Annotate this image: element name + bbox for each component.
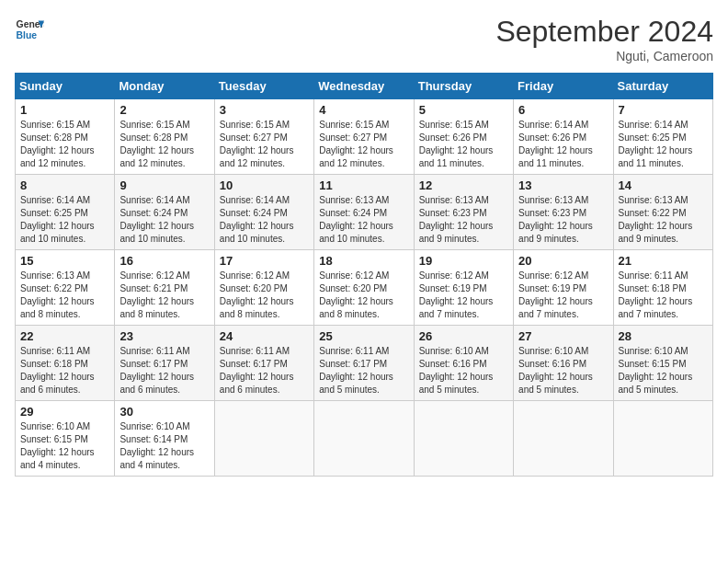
day-info: Sunrise: 6:10 AM Sunset: 6:14 PM Dayligh… <box>119 420 209 472</box>
day-cell: 11Sunrise: 6:13 AM Sunset: 6:24 PM Dayli… <box>314 175 414 250</box>
col-header-monday: Monday <box>115 74 214 99</box>
day-cell: 10Sunrise: 6:14 AM Sunset: 6:24 PM Dayli… <box>214 175 313 250</box>
day-cell: 30Sunrise: 6:10 AM Sunset: 6:14 PM Dayli… <box>115 401 214 477</box>
day-cell: 17Sunrise: 6:12 AM Sunset: 6:20 PM Dayli… <box>214 250 313 326</box>
day-number: 6 <box>518 103 608 117</box>
day-cell: 15Sunrise: 6:13 AM Sunset: 6:22 PM Dayli… <box>16 250 115 326</box>
week-row-1: 1Sunrise: 6:15 AM Sunset: 6:28 PM Daylig… <box>16 99 713 175</box>
day-cell: 22Sunrise: 6:11 AM Sunset: 6:18 PM Dayli… <box>16 326 115 401</box>
day-number: 8 <box>20 178 109 192</box>
day-info: Sunrise: 6:14 AM Sunset: 6:24 PM Dayligh… <box>220 194 309 246</box>
day-number: 11 <box>319 178 408 192</box>
day-number: 29 <box>20 405 109 419</box>
day-cell: 3Sunrise: 6:15 AM Sunset: 6:27 PM Daylig… <box>214 99 313 175</box>
day-cell <box>414 401 513 477</box>
day-cell: 25Sunrise: 6:11 AM Sunset: 6:17 PM Dayli… <box>314 326 414 401</box>
day-info: Sunrise: 6:15 AM Sunset: 6:27 PM Dayligh… <box>220 119 309 170</box>
day-cell: 24Sunrise: 6:11 AM Sunset: 6:17 PM Dayli… <box>214 326 313 401</box>
day-cell: 1Sunrise: 6:15 AM Sunset: 6:28 PM Daylig… <box>16 99 115 175</box>
day-number: 27 <box>518 329 608 343</box>
col-header-saturday: Saturday <box>613 74 712 99</box>
day-number: 10 <box>220 178 309 192</box>
day-number: 23 <box>119 329 209 343</box>
day-info: Sunrise: 6:10 AM Sunset: 6:16 PM Dayligh… <box>419 345 508 396</box>
day-number: 9 <box>119 178 209 192</box>
week-row-3: 15Sunrise: 6:13 AM Sunset: 6:22 PM Dayli… <box>16 250 713 326</box>
col-header-sunday: Sunday <box>16 74 115 99</box>
day-cell: 5Sunrise: 6:15 AM Sunset: 6:26 PM Daylig… <box>414 99 513 175</box>
day-info: Sunrise: 6:11 AM Sunset: 6:18 PM Dayligh… <box>20 345 109 396</box>
day-number: 14 <box>619 178 708 192</box>
location: Nguti, Cameroon <box>495 49 713 63</box>
day-info: Sunrise: 6:14 AM Sunset: 6:25 PM Dayligh… <box>20 194 109 246</box>
week-row-2: 8Sunrise: 6:14 AM Sunset: 6:25 PM Daylig… <box>16 175 713 250</box>
day-info: Sunrise: 6:14 AM Sunset: 6:26 PM Dayligh… <box>518 119 608 170</box>
day-cell: 23Sunrise: 6:11 AM Sunset: 6:17 PM Dayli… <box>115 326 214 401</box>
day-number: 22 <box>20 329 109 343</box>
day-cell: 29Sunrise: 6:10 AM Sunset: 6:15 PM Dayli… <box>16 401 115 477</box>
calendar-table: SundayMondayTuesdayWednesdayThursdayFrid… <box>15 73 713 477</box>
day-info: Sunrise: 6:12 AM Sunset: 6:20 PM Dayligh… <box>220 270 309 321</box>
day-cell: 20Sunrise: 6:12 AM Sunset: 6:19 PM Dayli… <box>514 250 613 326</box>
day-cell: 16Sunrise: 6:12 AM Sunset: 6:21 PM Dayli… <box>115 250 214 326</box>
day-info: Sunrise: 6:13 AM Sunset: 6:23 PM Dayligh… <box>419 194 508 246</box>
day-number: 24 <box>220 329 309 343</box>
day-number: 25 <box>319 329 408 343</box>
col-header-tuesday: Tuesday <box>214 74 313 99</box>
col-header-friday: Friday <box>514 74 613 99</box>
week-row-4: 22Sunrise: 6:11 AM Sunset: 6:18 PM Dayli… <box>16 326 713 401</box>
day-number: 12 <box>419 178 508 192</box>
day-number: 1 <box>20 103 109 117</box>
day-info: Sunrise: 6:12 AM Sunset: 6:19 PM Dayligh… <box>419 270 508 321</box>
day-cell: 19Sunrise: 6:12 AM Sunset: 6:19 PM Dayli… <box>414 250 513 326</box>
day-number: 26 <box>419 329 508 343</box>
day-info: Sunrise: 6:11 AM Sunset: 6:17 PM Dayligh… <box>220 345 309 396</box>
day-cell <box>514 401 613 477</box>
day-info: Sunrise: 6:12 AM Sunset: 6:20 PM Dayligh… <box>319 270 408 321</box>
day-cell: 2Sunrise: 6:15 AM Sunset: 6:28 PM Daylig… <box>115 99 214 175</box>
day-cell <box>314 401 414 477</box>
day-number: 3 <box>220 103 309 117</box>
day-cell: 4Sunrise: 6:15 AM Sunset: 6:27 PM Daylig… <box>314 99 414 175</box>
day-number: 4 <box>319 103 408 117</box>
day-number: 20 <box>518 254 608 268</box>
day-info: Sunrise: 6:13 AM Sunset: 6:22 PM Dayligh… <box>20 270 109 321</box>
day-info: Sunrise: 6:11 AM Sunset: 6:18 PM Dayligh… <box>619 270 708 321</box>
day-cell: 27Sunrise: 6:10 AM Sunset: 6:16 PM Dayli… <box>514 326 613 401</box>
day-info: Sunrise: 6:14 AM Sunset: 6:25 PM Dayligh… <box>619 119 708 170</box>
day-number: 21 <box>619 254 708 268</box>
day-cell: 7Sunrise: 6:14 AM Sunset: 6:25 PM Daylig… <box>613 99 712 175</box>
day-cell: 28Sunrise: 6:10 AM Sunset: 6:15 PM Dayli… <box>613 326 712 401</box>
day-info: Sunrise: 6:15 AM Sunset: 6:27 PM Dayligh… <box>319 119 408 170</box>
calendar-header-row: SundayMondayTuesdayWednesdayThursdayFrid… <box>16 74 713 99</box>
day-info: Sunrise: 6:10 AM Sunset: 6:15 PM Dayligh… <box>20 420 109 472</box>
day-info: Sunrise: 6:12 AM Sunset: 6:19 PM Dayligh… <box>518 270 608 321</box>
day-info: Sunrise: 6:15 AM Sunset: 6:26 PM Dayligh… <box>419 119 508 170</box>
day-cell: 26Sunrise: 6:10 AM Sunset: 6:16 PM Dayli… <box>414 326 513 401</box>
logo: General Blue <box>15 15 44 44</box>
page-header: General Blue September 2024 Nguti, Camer… <box>15 15 713 63</box>
day-cell <box>613 401 712 477</box>
week-row-5: 29Sunrise: 6:10 AM Sunset: 6:15 PM Dayli… <box>16 401 713 477</box>
day-number: 18 <box>319 254 408 268</box>
day-info: Sunrise: 6:13 AM Sunset: 6:22 PM Dayligh… <box>619 194 708 246</box>
day-info: Sunrise: 6:14 AM Sunset: 6:24 PM Dayligh… <box>119 194 209 246</box>
logo-icon: General Blue <box>15 15 44 44</box>
day-cell: 21Sunrise: 6:11 AM Sunset: 6:18 PM Dayli… <box>613 250 712 326</box>
day-info: Sunrise: 6:11 AM Sunset: 6:17 PM Dayligh… <box>319 345 408 396</box>
day-info: Sunrise: 6:11 AM Sunset: 6:17 PM Dayligh… <box>119 345 209 396</box>
day-cell <box>214 401 313 477</box>
svg-text:Blue: Blue <box>17 30 38 40</box>
day-info: Sunrise: 6:13 AM Sunset: 6:23 PM Dayligh… <box>518 194 608 246</box>
day-info: Sunrise: 6:10 AM Sunset: 6:15 PM Dayligh… <box>619 345 708 396</box>
day-info: Sunrise: 6:12 AM Sunset: 6:21 PM Dayligh… <box>119 270 209 321</box>
day-info: Sunrise: 6:15 AM Sunset: 6:28 PM Dayligh… <box>20 119 109 170</box>
day-number: 7 <box>619 103 708 117</box>
day-cell: 6Sunrise: 6:14 AM Sunset: 6:26 PM Daylig… <box>514 99 613 175</box>
day-number: 2 <box>119 103 209 117</box>
day-number: 5 <box>419 103 508 117</box>
day-cell: 13Sunrise: 6:13 AM Sunset: 6:23 PM Dayli… <box>514 175 613 250</box>
day-info: Sunrise: 6:15 AM Sunset: 6:28 PM Dayligh… <box>119 119 209 170</box>
day-cell: 12Sunrise: 6:13 AM Sunset: 6:23 PM Dayli… <box>414 175 513 250</box>
day-number: 13 <box>518 178 608 192</box>
